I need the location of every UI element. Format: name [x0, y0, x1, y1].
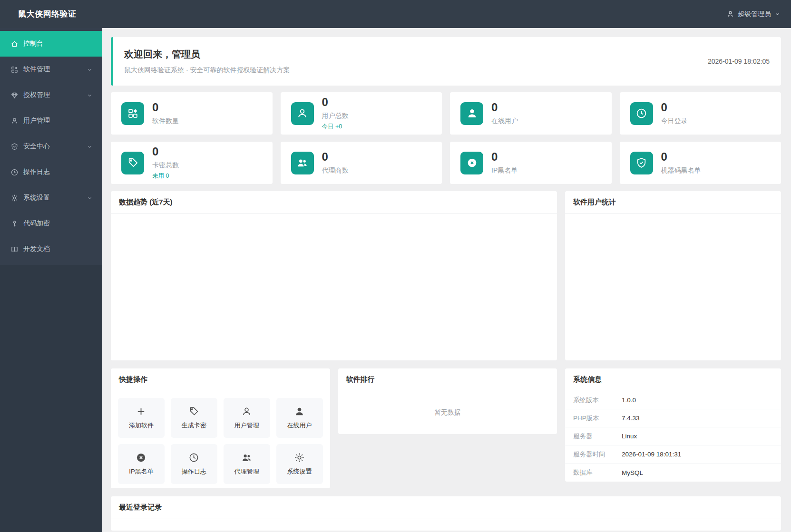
quick-action-system-settings[interactable]: 系统设置 [276, 444, 323, 484]
sidebar-item-label: 授权管理 [23, 91, 87, 99]
shield-check-icon [630, 152, 653, 174]
quick-action-agent-management[interactable]: 代理管理 [224, 444, 270, 484]
stat-value: 0 [322, 96, 349, 108]
system-info-row-php: PHP版本 7.4.33 [565, 409, 781, 427]
stat-label: 代理商数 [322, 166, 349, 175]
stat-sub: 今日 +0 [322, 123, 349, 131]
tag-icon [188, 406, 199, 417]
stat-value: 0 [491, 151, 518, 163]
quick-actions-panel: 快捷操作 添加软件 生成卡密 用户管理 [111, 368, 330, 488]
stat-value: 0 [322, 151, 349, 163]
quick-action-generate-keys[interactable]: 生成卡密 [171, 398, 217, 438]
stat-card-machine-blacklist: 0机器码黑名单 [620, 142, 781, 184]
stat-label: 卡密总数 [152, 161, 179, 170]
current-time: 2026-01-09 18:02:05 [708, 58, 770, 65]
clock-icon [630, 102, 653, 125]
stat-value: 0 [152, 145, 179, 158]
book-icon [10, 245, 19, 253]
stats-grid: 0软件数量 0用户总数今日 +0 0在线用户 0今日登录 0卡密总数未用 0 0 [111, 92, 781, 184]
quick-action-label: IP黑名单 [129, 467, 153, 476]
stat-card-online-users: 0在线用户 [450, 92, 612, 135]
stat-label: 在线用户 [491, 117, 518, 126]
circle-x-icon [460, 152, 483, 174]
stat-card-ip-blacklist: 0IP黑名单 [450, 142, 612, 184]
gear-icon [10, 194, 19, 202]
sidebar-item-software[interactable]: 软件管理 [0, 57, 102, 82]
quick-action-online-users[interactable]: 在线用户 [276, 398, 323, 438]
sidebar-item-users[interactable]: 用户管理 [0, 108, 102, 134]
system-info-title: 系统信息 [565, 368, 781, 391]
software-user-stats-title: 软件用户统计 [565, 191, 781, 214]
stat-sub: 未用 0 [152, 172, 179, 180]
software-user-stats-panel: 软件用户统计 [565, 191, 781, 360]
plus-icon [136, 406, 146, 417]
info-label: 服务器 [573, 432, 615, 441]
quick-action-ip-blacklist[interactable]: IP黑名单 [118, 444, 165, 484]
sidebar-item-label: 开发文档 [23, 245, 93, 253]
sidebar-item-settings[interactable]: 系统设置 [0, 185, 102, 211]
quick-action-label: 在线用户 [287, 421, 312, 430]
user-menu[interactable]: 超级管理员 [726, 10, 791, 19]
info-value: 2026-01-09 18:01:31 [622, 451, 681, 458]
home-icon [10, 40, 19, 48]
stat-label: IP黑名单 [491, 166, 518, 175]
quick-action-label: 添加软件 [129, 421, 154, 430]
system-info-row-server: 服务器 Linux [565, 427, 781, 445]
user-icon [726, 10, 734, 18]
quick-action-label: 系统设置 [287, 467, 312, 476]
welcome-title: 欢迎回来，管理员 [124, 48, 708, 61]
sidebar-nav: 控制台 软件管理 授权管理 用户管理 安全中心 [0, 28, 102, 265]
stat-card-card-keys: 0卡密总数未用 0 [111, 142, 273, 184]
top-header: 鼠大侠网络验证 超级管理员 [0, 0, 791, 28]
info-label: PHP版本 [573, 414, 615, 423]
gem-icon [10, 91, 19, 99]
sidebar-item-label: 控制台 [23, 39, 93, 48]
sidebar: 控制台 软件管理 授权管理 用户管理 安全中心 [0, 28, 102, 532]
trend-chart-panel: 数据趋势 (近7天) [111, 191, 557, 360]
software-ranking-empty: 暂无数据 [338, 391, 557, 434]
users-icon [241, 452, 252, 463]
quick-action-add-software[interactable]: 添加软件 [118, 398, 165, 438]
tag-icon [121, 152, 144, 174]
key-icon [10, 220, 19, 228]
sidebar-item-encryption[interactable]: 代码加密 [0, 211, 102, 236]
sidebar-item-docs[interactable]: 开发文档 [0, 236, 102, 262]
app-title: 鼠大侠网络验证 [0, 9, 102, 19]
gear-icon [294, 452, 305, 463]
sidebar-item-label: 用户管理 [23, 116, 93, 125]
apps-icon [121, 102, 144, 125]
info-value: MySQL [622, 469, 643, 476]
recent-logins-panel: 最近登录记录 [111, 496, 781, 531]
system-info-row-server-time: 服务器时间 2026-01-09 18:01:31 [565, 445, 781, 464]
quick-actions-grid: 添加软件 生成卡密 用户管理 在线用户 [111, 391, 330, 491]
welcome-subtitle: 鼠大侠网络验证系统 · 安全可靠的软件授权验证解决方案 [124, 66, 708, 75]
quick-action-operation-logs[interactable]: 操作日志 [171, 444, 217, 484]
info-label: 服务器时间 [573, 450, 615, 459]
chevron-down-icon [774, 11, 781, 17]
chevron-down-icon [87, 144, 93, 150]
stat-value: 0 [491, 101, 518, 114]
sidebar-item-security[interactable]: 安全中心 [0, 134, 102, 159]
recent-logins-title: 最近登录记录 [111, 496, 781, 519]
quick-action-user-management[interactable]: 用户管理 [224, 398, 270, 438]
sidebar-item-license[interactable]: 授权管理 [0, 82, 102, 108]
sidebar-item-label: 软件管理 [23, 65, 87, 74]
clock-icon [188, 452, 199, 463]
sidebar-item-logs[interactable]: 操作日志 [0, 159, 102, 185]
sidebar-item-dashboard[interactable]: 控制台 [0, 31, 102, 57]
system-info-panel: 系统信息 系统版本 1.0.0 PHP版本 7.4.33 服务器 Linux 服… [565, 368, 781, 482]
stat-value: 0 [661, 101, 688, 114]
info-value: 7.4.33 [622, 415, 640, 422]
user-icon [241, 406, 252, 417]
stat-label: 机器码黑名单 [661, 166, 701, 175]
stat-card-today-logins: 0今日登录 [620, 92, 781, 135]
stat-label: 今日登录 [661, 117, 688, 126]
stat-card-software-count: 0软件数量 [111, 92, 273, 135]
apps-icon [10, 66, 19, 74]
quick-actions-title: 快捷操作 [111, 368, 330, 391]
system-info-row-version: 系统版本 1.0.0 [565, 391, 781, 409]
user-icon [10, 117, 19, 125]
info-value: Linux [622, 433, 637, 440]
sidebar-item-label: 操作日志 [23, 168, 93, 176]
quick-action-label: 代理管理 [234, 467, 259, 476]
